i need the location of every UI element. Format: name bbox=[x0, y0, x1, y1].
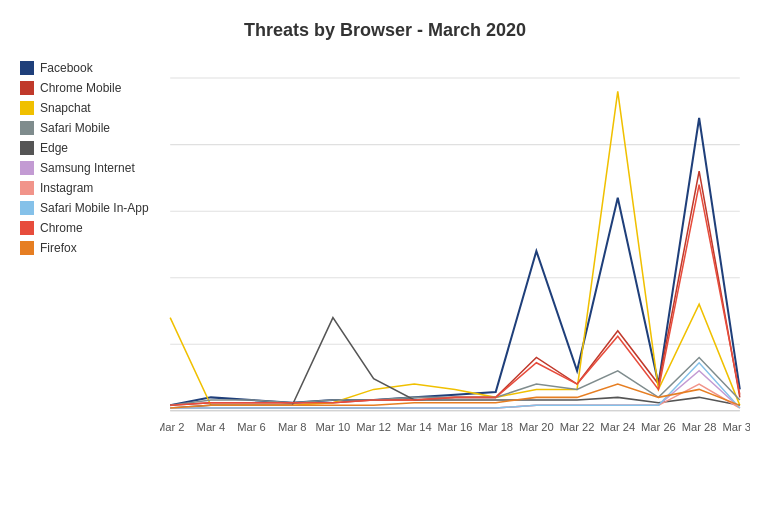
x-label: Mar 20 bbox=[519, 421, 554, 433]
line-chromeMobile bbox=[170, 171, 740, 405]
legend-item: Safari Mobile In-App bbox=[20, 201, 160, 215]
x-label: Mar 18 bbox=[478, 421, 513, 433]
legend-item: Firefox bbox=[20, 241, 160, 255]
legend-item: Instagram bbox=[20, 181, 160, 195]
chart-container: Threats by Browser - March 2020 Facebook… bbox=[0, 0, 770, 514]
legend-swatch bbox=[20, 241, 34, 255]
legend-item: Samsung Internet bbox=[20, 161, 160, 175]
legend-item: Chrome bbox=[20, 221, 160, 235]
legend-swatch bbox=[20, 61, 34, 75]
legend-item: Facebook bbox=[20, 61, 160, 75]
x-label: Mar 4 bbox=[197, 421, 226, 433]
legend-label: Chrome Mobile bbox=[40, 81, 121, 95]
legend-label: Safari Mobile In-App bbox=[40, 201, 149, 215]
legend-label: Snapchat bbox=[40, 101, 91, 115]
line-snapchat bbox=[170, 91, 740, 405]
chart-title: Threats by Browser - March 2020 bbox=[20, 20, 750, 41]
legend-item: Snapchat bbox=[20, 101, 160, 115]
x-label: Mar 16 bbox=[438, 421, 473, 433]
legend-swatch bbox=[20, 121, 34, 135]
x-label: Mar 28 bbox=[682, 421, 717, 433]
legend-item: Chrome Mobile bbox=[20, 81, 160, 95]
x-label: Mar 22 bbox=[560, 421, 595, 433]
x-label: Mar 10 bbox=[316, 421, 351, 433]
legend-label: Firefox bbox=[40, 241, 77, 255]
legend-label: Instagram bbox=[40, 181, 93, 195]
x-label: Mar 6 bbox=[237, 421, 266, 433]
x-label: Mar 2 bbox=[160, 421, 184, 433]
x-label: Mar 12 bbox=[356, 421, 391, 433]
x-label: Mar 8 bbox=[278, 421, 307, 433]
legend-swatch bbox=[20, 201, 34, 215]
legend-swatch bbox=[20, 141, 34, 155]
legend-label: Safari Mobile bbox=[40, 121, 110, 135]
legend-swatch bbox=[20, 161, 34, 175]
legend: FacebookChrome MobileSnapchatSafari Mobi… bbox=[20, 51, 160, 455]
legend-swatch bbox=[20, 181, 34, 195]
x-label: Mar 14 bbox=[397, 421, 432, 433]
legend-swatch bbox=[20, 101, 34, 115]
legend-item: Safari Mobile bbox=[20, 121, 160, 135]
legend-label: Samsung Internet bbox=[40, 161, 135, 175]
chart-svg: Mar 2Mar 4Mar 6Mar 8Mar 10Mar 12Mar 14Ma… bbox=[160, 51, 750, 455]
x-label: Mar 30 bbox=[722, 421, 750, 433]
legend-label: Facebook bbox=[40, 61, 93, 75]
legend-swatch bbox=[20, 81, 34, 95]
legend-item: Edge bbox=[20, 141, 160, 155]
legend-label: Chrome bbox=[40, 221, 83, 235]
line-chrome bbox=[170, 185, 740, 406]
x-label: Mar 24 bbox=[600, 421, 635, 433]
legend-label: Edge bbox=[40, 141, 68, 155]
x-label: Mar 26 bbox=[641, 421, 676, 433]
svg-area: Mar 2Mar 4Mar 6Mar 8Mar 10Mar 12Mar 14Ma… bbox=[160, 51, 750, 455]
line-firefox bbox=[170, 384, 740, 408]
chart-body: FacebookChrome MobileSnapchatSafari Mobi… bbox=[20, 51, 750, 455]
legend-swatch bbox=[20, 221, 34, 235]
